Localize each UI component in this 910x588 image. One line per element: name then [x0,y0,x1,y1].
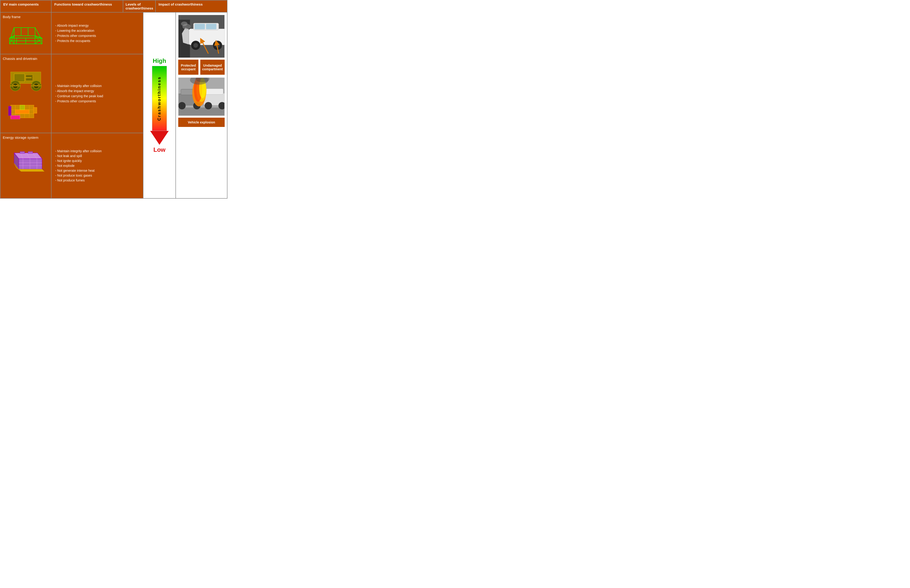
component-name-bodyframe: Body frame [3,15,49,19]
component-row-bodyframe: Body frame [0,13,51,54]
function-item: - Not produce fumes [55,178,102,182]
functions-row-energy: - Maintain integrity after collision - N… [52,133,143,198]
svg-rect-48 [34,107,37,113]
function-item: - Not produce toxic gases [55,174,102,177]
function-item: - Not generate intense heat [55,169,102,173]
svg-rect-66 [28,152,33,153]
bodyframe-icon [3,21,49,48]
crashworthiness-scale: High Crashworthiness Low [144,13,176,198]
crash-scene-svg [178,15,225,58]
function-item: - Maintain integrity after collision [55,149,102,153]
vehicle-explosion-label: Vehicle explosion [178,118,225,127]
svg-point-79 [181,22,187,26]
chassis-svg [6,65,45,97]
protected-occupant-label: Protected occupant [178,60,199,75]
bodyframe-svg [7,22,44,47]
function-item: - Not explode [55,164,102,168]
function-item: - Absorb impact energy [55,24,96,27]
svg-rect-50 [20,105,24,110]
function-item: - Absorb the impact energy [55,89,103,93]
impact-labels-row: Protected occupant Undamaged compartment [178,60,225,75]
battery-chassis-svg [8,99,43,120]
scale-arrow [150,131,169,145]
svg-rect-49 [15,110,29,114]
function-item: - Protects other components [55,34,96,37]
svg-rect-65 [20,152,24,153]
energy-icon [3,141,49,183]
undamaged-compartment-label: Undamaged compartment [200,60,225,75]
svg-point-75 [193,43,198,48]
svg-rect-27 [14,74,24,82]
component-name-energy: Energy storage system [3,136,49,139]
low-label: Low [154,146,165,153]
function-item: - Maintain integrity after collision [55,84,103,88]
chassis-icon [3,62,49,123]
svg-rect-1 [14,27,35,36]
function-item: - Continue carrying the peak load [55,94,103,98]
component-row-chassis: Chassis and drivetrain [0,54,51,133]
svg-rect-51 [11,116,20,119]
svg-point-92 [205,102,212,110]
component-name-chassis: Chassis and drivetrain [3,57,49,61]
function-item: - Lowering the acceleration [55,29,96,32]
header-col3: Levels of crashworthiness [123,0,156,12]
scale-text: Crashworthiness [152,66,167,131]
fire-car-image [178,78,225,116]
functions-row-bodyframe: - Absorb impact energy - Lowering the ac… [52,13,143,54]
header-col2: Functions toward crashworthiness [52,0,123,12]
svg-marker-63 [19,169,44,171]
high-label: High [153,57,166,65]
car-crash-image [178,15,225,58]
svg-rect-71 [194,24,205,29]
function-item: - Protects the occupants [55,39,96,43]
function-item: - Protects other components [55,99,103,103]
svg-rect-72 [206,24,217,29]
svg-rect-89 [206,89,223,94]
functions-row-chassis: - Maintain integrity after collision - A… [52,54,143,133]
svg-marker-53 [19,159,42,169]
function-item: - Not ignite quickly [55,159,102,163]
header-col1: EV main components [0,0,52,12]
scale-bar-container: Crashworthiness [152,66,167,145]
header-col4: Impact of crashworthiness [156,0,227,12]
energy-svg [7,148,44,176]
svg-rect-47 [8,106,11,116]
svg-rect-85 [178,107,225,116]
svg-point-90 [178,102,186,110]
function-item: - Not leak and spill [55,154,102,158]
fire-scene-svg [178,78,225,116]
component-row-energy: Energy storage system [0,133,51,198]
impact-section: Protected occupant Undamaged compartment [176,13,227,198]
